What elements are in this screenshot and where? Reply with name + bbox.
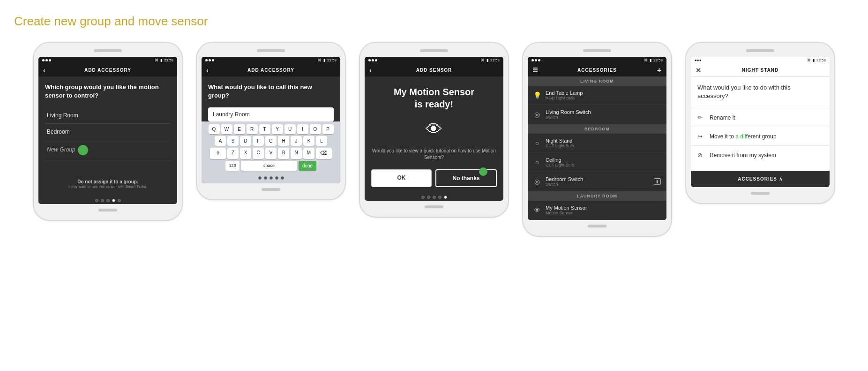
phones-container: ⌘ ▮ 23:58 ‹ ADD ACCESSORY Which group wo… (9, 42, 859, 237)
key-b[interactable]: B (278, 148, 289, 159)
back-button[interactable]: ‹ (206, 67, 209, 74)
key-h[interactable]: H (278, 136, 289, 146)
bedroom-item[interactable]: Bedroom (45, 124, 171, 140)
sensor-subtitle: Would you like to view a quick tutorial … (371, 148, 497, 161)
phone-3-content: My Motion Sensoris ready! 👁 Would you li… (365, 76, 503, 192)
kb-row-2: A S D F G H J K L (203, 136, 338, 146)
key-d[interactable]: D (240, 136, 251, 146)
key-shift[interactable]: ⇧ (210, 148, 226, 159)
phone-4-status-bar: ⌘ ▮ 23:58 (528, 57, 666, 64)
dot-1 (95, 199, 98, 202)
key-v[interactable]: V (265, 148, 277, 159)
back-button[interactable]: ‹ (43, 67, 46, 74)
bedroom-switch-item[interactable]: ◎ Bedroom Switch Switch ▮ (528, 172, 666, 191)
back-button[interactable]: ‹ (369, 67, 372, 74)
p2-status-icons: ⌘ ▮ 23:58 (318, 58, 337, 62)
ok-button[interactable]: OK (371, 169, 432, 187)
no-thanks-label: No thanks (452, 175, 479, 182)
key-x[interactable]: X (240, 148, 251, 159)
key-s[interactable]: S (227, 136, 239, 146)
move-option[interactable]: ↪ Move it to a different group (691, 127, 830, 145)
phone-5-status-bar: ●●● ⌘ ▮ 23:58 (691, 57, 830, 64)
key-y[interactable]: Y (272, 124, 283, 134)
end-table-lamp-item[interactable]: 💡 End Table Lamp RGB Light Bulb (528, 86, 666, 105)
time: 23:58 (490, 58, 500, 62)
phone-2-home[interactable] (262, 188, 280, 191)
phone-1-content: Which group would you like the motion se… (38, 76, 177, 165)
ceiling-item[interactable]: ○ Ceiling CCT Light Bulb (528, 153, 666, 172)
remove-option[interactable]: ⊘ Remove it from my system (691, 145, 830, 164)
key-m[interactable]: M (303, 148, 314, 159)
phone-1-speaker (94, 49, 122, 52)
nav-title: ACCESSORIES (577, 68, 617, 73)
key-e[interactable]: E (234, 124, 245, 134)
s1-question: Which group would you like the motion se… (45, 83, 171, 100)
key-j[interactable]: J (291, 136, 302, 146)
key-delete[interactable]: ⌫ (316, 148, 332, 159)
wifi-icon: ⌘ (155, 58, 158, 62)
accessories-footer-btn[interactable]: ACCESSORIES ∧ (691, 171, 830, 187)
phone-1-home[interactable] (98, 209, 117, 212)
group-name-input[interactable]: Laundry Room (208, 107, 334, 121)
time: 23:58 (164, 58, 173, 62)
key-n[interactable]: N (291, 148, 302, 159)
key-q[interactable]: Q (209, 124, 220, 134)
key-123[interactable]: 123 (225, 161, 239, 171)
phone-3-home[interactable] (425, 205, 443, 208)
rename-option[interactable]: ✏ Rename it (691, 108, 830, 127)
item-sub: RGB Light Bulb (546, 96, 583, 100)
key-c[interactable]: C (253, 148, 264, 159)
key-space[interactable]: space (241, 161, 297, 171)
key-g[interactable]: G (265, 136, 277, 146)
dot-3 (269, 176, 273, 180)
phone-1-screen: ⌘ ▮ 23:58 ‹ ADD ACCESSORY Which group wo… (38, 57, 177, 204)
living-room-switch-item[interactable]: ◎ Living Room Switch Switch (528, 105, 666, 124)
key-f[interactable]: F (253, 136, 264, 146)
key-o[interactable]: O (310, 124, 321, 134)
dot-2 (101, 199, 104, 202)
new-group-item[interactable]: New Group (45, 140, 171, 160)
key-t[interactable]: T (259, 124, 270, 134)
phone-3-speaker (420, 49, 448, 52)
key-z[interactable]: Z (227, 148, 239, 159)
s2-question: What would you like to call this new gro… (208, 83, 334, 100)
battery-indicator: ▮ (654, 178, 661, 185)
item-name: End Table Lamp (546, 90, 583, 96)
night-stand-item[interactable]: ○ Night Stand CCT Light Bulb (528, 134, 666, 153)
keyboard[interactable]: Q W E R T Y U I O P A S D F G H (202, 121, 340, 183)
wifi-icon: ⌘ (481, 58, 485, 62)
key-w[interactable]: W (221, 124, 232, 134)
key-i[interactable]: I (297, 124, 308, 134)
switch-icon: ◎ (533, 178, 541, 185)
no-thanks-button[interactable]: No thanks (435, 169, 497, 187)
pencil-icon: ✏ (697, 114, 705, 121)
bulb-icon: ○ (533, 139, 541, 147)
phone-4-home[interactable] (588, 225, 606, 227)
page-title: Create new group and move sensor (14, 14, 859, 29)
kb-row-1: Q W E R T Y U I O P (203, 124, 338, 134)
nav-title: ADD SENSOR (416, 68, 452, 73)
key-p[interactable]: P (322, 124, 334, 134)
key-u[interactable]: U (284, 124, 296, 134)
item-name: Bedroom Switch (546, 176, 583, 182)
item-text: End Table Lamp RGB Light Bulb (546, 90, 583, 100)
close-button[interactable]: ✕ (696, 67, 702, 74)
key-r[interactable]: R (247, 124, 258, 134)
key-a[interactable]: A (215, 136, 226, 146)
key-k[interactable]: K (303, 136, 314, 146)
phone-4-screen: ⌘ ▮ 23:58 ☰ ACCESSORIES + LIVING ROOM 💡 … (528, 57, 666, 220)
page-dots-2 (203, 173, 338, 182)
nav-title: ADD ACCESSORY (247, 68, 294, 73)
phone-1-footer: Do not assign it to a group. I only want… (38, 165, 177, 195)
bedroom-header: BEDROOM (528, 124, 666, 134)
phone-1-nav: ‹ ADD ACCESSORY (38, 64, 177, 76)
key-done[interactable]: done (299, 161, 316, 171)
phone-2: ⌘ ▮ 23:58 ‹ ADD ACCESSORY What would you… (196, 42, 346, 200)
living-room-item[interactable]: Living Room (45, 107, 171, 124)
phone-5-home[interactable] (751, 192, 770, 195)
hamburger-icon[interactable]: ☰ (532, 67, 539, 74)
plus-button[interactable]: + (657, 66, 662, 75)
motion-sensor-item[interactable]: 👁 My Motion Sensor Motion Sensor (528, 201, 666, 220)
dot-1 (421, 196, 425, 199)
key-l[interactable]: L (316, 136, 327, 146)
